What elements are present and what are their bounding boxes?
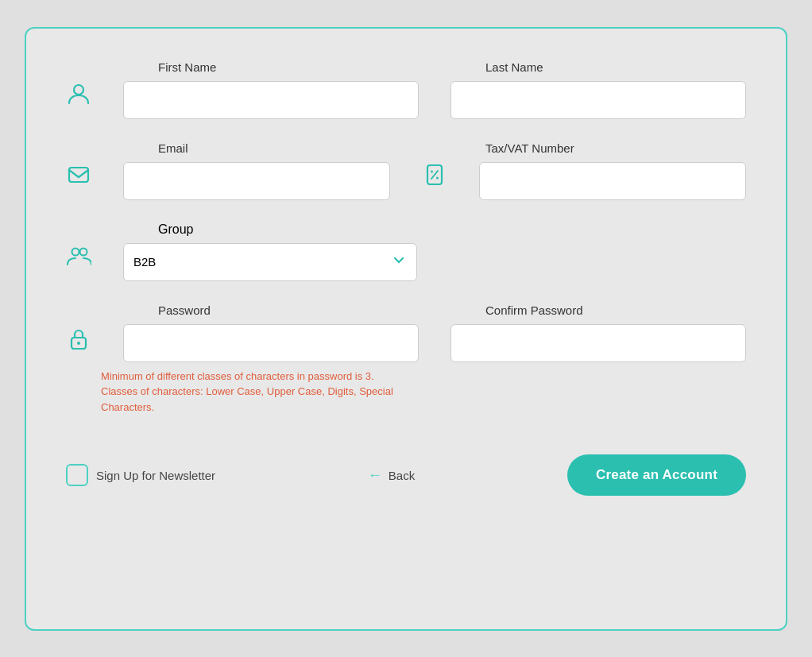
email-label: Email	[158, 141, 188, 155]
email-tax-labels-row: Email Tax/VAT Number	[66, 141, 746, 156]
tax-vat-group	[479, 162, 746, 200]
newsletter-label: Sign Up for Newsletter	[96, 469, 215, 482]
group-select-wrapper: B2B B2C Wholesale	[123, 243, 417, 281]
tax-vat-label: Tax/VAT Number	[485, 141, 574, 155]
svg-rect-1	[69, 168, 88, 182]
last-name-label: Last Name	[485, 60, 543, 74]
password-hint-area: Minimum of different classes of characte…	[66, 369, 746, 415]
email-input[interactable]	[123, 162, 390, 200]
group-select-group: B2B B2C Wholesale	[123, 243, 417, 281]
email-icon	[66, 162, 91, 187]
password-fields-row	[66, 324, 746, 362]
group-icon	[66, 243, 91, 269]
back-label: Back	[389, 469, 415, 482]
email-group	[123, 162, 390, 200]
group-label: Group	[158, 222, 193, 236]
first-name-label: First Name	[158, 60, 216, 74]
back-button[interactable]: ← Back	[368, 467, 415, 484]
tax-icon-col	[422, 162, 447, 187]
password-label-col: Password	[123, 303, 419, 318]
password-group	[123, 324, 419, 362]
password-input[interactable]	[123, 324, 419, 362]
email-tax-fields-row	[66, 162, 746, 200]
group-select[interactable]: B2B B2C Wholesale	[123, 243, 417, 281]
svg-point-4	[431, 170, 433, 172]
tax-vat-input[interactable]	[479, 162, 746, 200]
password-hint-text: Minimum of different classes of characte…	[101, 369, 395, 415]
svg-point-6	[72, 248, 79, 255]
first-name-input[interactable]	[123, 81, 419, 119]
form-card: First Name Last Name E	[25, 27, 787, 631]
first-name-label-col: First Name	[123, 60, 419, 75]
group-labels-row: Group	[66, 222, 746, 237]
first-name-group	[123, 81, 419, 119]
name-fields-row	[66, 81, 746, 119]
group-icon-col	[66, 243, 91, 269]
last-name-input[interactable]	[450, 81, 746, 119]
last-name-group	[450, 81, 746, 119]
svg-point-7	[80, 248, 87, 255]
name-labels-row: First Name Last Name	[66, 60, 746, 75]
lock-icon	[67, 327, 91, 351]
tax-vat-label-col: Tax/VAT Number	[450, 141, 746, 156]
back-arrow-icon: ←	[368, 467, 382, 484]
newsletter-wrap[interactable]: Sign Up for Newsletter	[66, 464, 215, 486]
user-icon	[66, 81, 91, 106]
user-icon-col	[66, 81, 91, 106]
page-wrapper: First Name Last Name E	[0, 0, 812, 657]
group-field-row: B2B B2C Wholesale	[66, 243, 746, 281]
email-label-col: Email	[123, 141, 419, 156]
tax-icon	[422, 162, 447, 187]
confirm-password-label-col: Confirm Password	[450, 303, 746, 318]
newsletter-checkbox[interactable]	[66, 464, 88, 486]
create-account-button[interactable]: Create an Account	[567, 454, 746, 496]
confirm-password-input[interactable]	[450, 324, 746, 362]
confirm-password-label: Confirm Password	[485, 303, 583, 317]
group-label-col: Group	[123, 222, 746, 237]
lock-icon-col	[66, 324, 91, 351]
svg-point-9	[77, 342, 80, 345]
confirm-password-group	[450, 324, 746, 362]
password-label: Password	[158, 303, 211, 317]
password-labels-row: Password Confirm Password	[66, 303, 746, 318]
svg-point-5	[436, 176, 439, 179]
form-footer: Sign Up for Newsletter ← Back Create an …	[66, 446, 746, 496]
svg-point-0	[74, 85, 83, 95]
last-name-label-col: Last Name	[450, 60, 746, 75]
email-icon-col	[66, 162, 91, 187]
